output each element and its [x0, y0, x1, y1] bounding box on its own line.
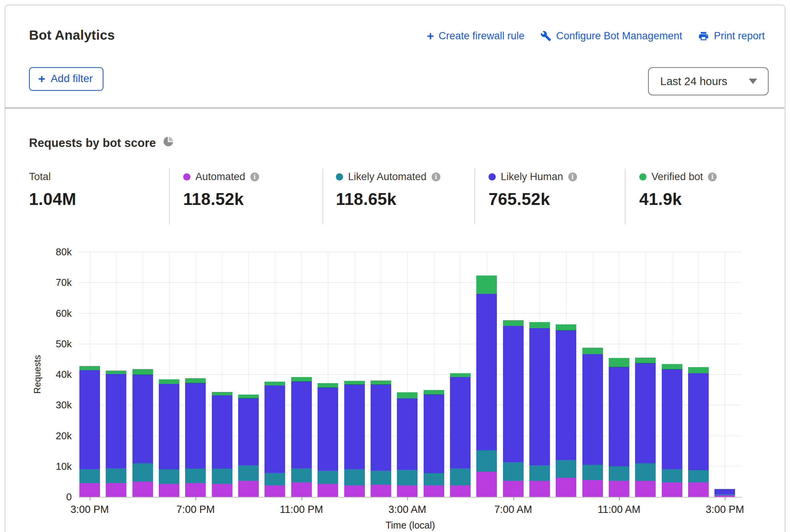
bar-segment-likely-human[interactable]: [529, 328, 550, 466]
bar-segment-likely-human[interactable]: [212, 395, 232, 469]
bar-segment-verified-bot[interactable]: [106, 371, 126, 374]
bar-segment-verified-bot[interactable]: [503, 320, 524, 326]
bar-segment-likely-automated[interactable]: [503, 462, 524, 480]
bar-segment-likely-automated[interactable]: [371, 471, 391, 485]
bar-segment-verified-bot[interactable]: [159, 379, 179, 384]
bar-segment-automated[interactable]: [264, 485, 285, 497]
bar-segment-verified-bot[interactable]: [264, 382, 285, 385]
bar-segment-automated[interactable]: [238, 480, 259, 497]
bar-segment-automated[interactable]: [609, 480, 629, 497]
bar-segment-likely-human[interactable]: [132, 374, 153, 463]
bar-segment-likely-automated[interactable]: [635, 463, 656, 481]
bar-segment-verified-bot[interactable]: [291, 377, 312, 381]
bar-segment-likely-automated[interactable]: [106, 468, 126, 482]
bar-segment-automated[interactable]: [503, 480, 524, 497]
bar-segment-verified-bot[interactable]: [529, 322, 550, 328]
bar-segment-verified-bot[interactable]: [582, 348, 603, 354]
time-range-dropdown[interactable]: Last 24 hours: [648, 67, 769, 95]
bar-segment-automated[interactable]: [318, 484, 338, 497]
bar-segment-automated[interactable]: [662, 482, 682, 497]
bar-segment-likely-human[interactable]: [238, 398, 259, 465]
bar-segment-likely-automated[interactable]: [714, 494, 735, 495]
bar-segment-likely-human[interactable]: [159, 384, 179, 469]
bar-segment-automated[interactable]: [371, 485, 391, 497]
bar-segment-likely-human[interactable]: [185, 383, 206, 468]
info-icon[interactable]: i: [568, 172, 577, 181]
bar-segment-automated[interactable]: [291, 482, 312, 497]
bar-segment-likely-automated[interactable]: [556, 460, 576, 478]
bar-segment-likely-human[interactable]: [106, 374, 126, 468]
bar-segment-likely-automated[interactable]: [688, 470, 709, 482]
bar-segment-likely-automated[interactable]: [159, 469, 179, 484]
bar-segment-likely-automated[interactable]: [397, 470, 418, 485]
bar-segment-likely-automated[interactable]: [264, 473, 285, 486]
bar-segment-likely-automated[interactable]: [609, 466, 629, 481]
bar-segment-likely-automated[interactable]: [238, 465, 259, 481]
bar-segment-likely-automated[interactable]: [344, 469, 365, 485]
bar-segment-verified-bot[interactable]: [662, 364, 682, 369]
bar-segment-automated[interactable]: [132, 482, 153, 497]
bar-segment-verified-bot[interactable]: [344, 381, 365, 384]
bar-segment-verified-bot[interactable]: [450, 373, 471, 377]
bar-segment-likely-automated[interactable]: [476, 450, 497, 472]
bar-segment-likely-human[interactable]: [79, 370, 100, 469]
bar-segment-likely-human[interactable]: [714, 489, 735, 495]
info-icon[interactable]: i: [708, 172, 717, 181]
bar-segment-verified-bot[interactable]: [79, 366, 100, 370]
bar-segment-verified-bot[interactable]: [185, 378, 206, 383]
bar-segment-likely-human[interactable]: [291, 381, 312, 468]
bar-segment-likely-automated[interactable]: [424, 473, 444, 485]
add-filter-button[interactable]: + Add filter: [29, 67, 103, 91]
bar-segment-automated[interactable]: [635, 481, 656, 497]
bar-segment-verified-bot[interactable]: [688, 367, 709, 373]
bar-segment-likely-automated[interactable]: [291, 468, 312, 482]
bar-segment-likely-automated[interactable]: [132, 463, 153, 482]
info-icon[interactable]: i: [432, 172, 440, 181]
bar-segment-likely-automated[interactable]: [582, 465, 603, 480]
bar-segment-automated[interactable]: [424, 485, 444, 497]
bar-segment-verified-bot[interactable]: [132, 369, 153, 374]
bar-segment-likely-human[interactable]: [582, 354, 603, 465]
bar-segment-likely-automated[interactable]: [79, 469, 100, 483]
bar-segment-likely-human[interactable]: [688, 373, 709, 470]
bar-segment-likely-human[interactable]: [450, 377, 471, 468]
bar-segment-verified-bot[interactable]: [714, 489, 735, 489]
bar-segment-likely-human[interactable]: [476, 294, 497, 450]
bar-segment-likely-human[interactable]: [318, 387, 338, 471]
bar-segment-likely-automated[interactable]: [662, 469, 682, 482]
bar-segment-likely-human[interactable]: [424, 394, 444, 473]
bar-segment-likely-human[interactable]: [397, 398, 418, 470]
bar-segment-automated[interactable]: [397, 485, 418, 497]
create-firewall-rule-link[interactable]: + Create firewall rule: [427, 30, 524, 42]
bar-segment-likely-human[interactable]: [344, 384, 365, 469]
bar-segment-verified-bot[interactable]: [556, 324, 576, 330]
bar-segment-verified-bot[interactable]: [609, 358, 629, 366]
bar-segment-automated[interactable]: [450, 485, 471, 497]
bar-segment-automated[interactable]: [688, 482, 709, 497]
bar-segment-automated[interactable]: [476, 472, 497, 497]
bar-segment-verified-bot[interactable]: [397, 392, 418, 398]
info-icon[interactable]: i: [250, 172, 259, 181]
bar-segment-likely-human[interactable]: [635, 363, 656, 463]
bar-segment-automated[interactable]: [556, 478, 576, 497]
bar-segment-likely-automated[interactable]: [212, 469, 232, 484]
bar-segment-likely-human[interactable]: [503, 326, 524, 462]
bar-segment-likely-human[interactable]: [662, 369, 682, 469]
bar-segment-verified-bot[interactable]: [238, 395, 259, 398]
bar-segment-likely-human[interactable]: [609, 367, 629, 466]
bar-segment-verified-bot[interactable]: [318, 383, 338, 387]
bar-segment-automated[interactable]: [344, 485, 365, 497]
bar-segment-automated[interactable]: [106, 483, 126, 497]
configure-bot-management-link[interactable]: Configure Bot Management: [540, 30, 682, 42]
bar-segment-likely-automated[interactable]: [450, 468, 471, 485]
bar-segment-verified-bot[interactable]: [371, 380, 391, 384]
bar-segment-automated[interactable]: [529, 481, 550, 497]
bar-segment-likely-automated[interactable]: [529, 465, 550, 481]
bar-segment-likely-automated[interactable]: [185, 469, 206, 483]
bar-segment-verified-bot[interactable]: [476, 276, 497, 294]
print-report-link[interactable]: Print report: [698, 30, 765, 42]
bar-segment-likely-human[interactable]: [556, 330, 576, 459]
bar-segment-likely-automated[interactable]: [318, 471, 338, 484]
bar-segment-automated[interactable]: [212, 484, 232, 497]
bar-segment-automated[interactable]: [79, 483, 100, 497]
